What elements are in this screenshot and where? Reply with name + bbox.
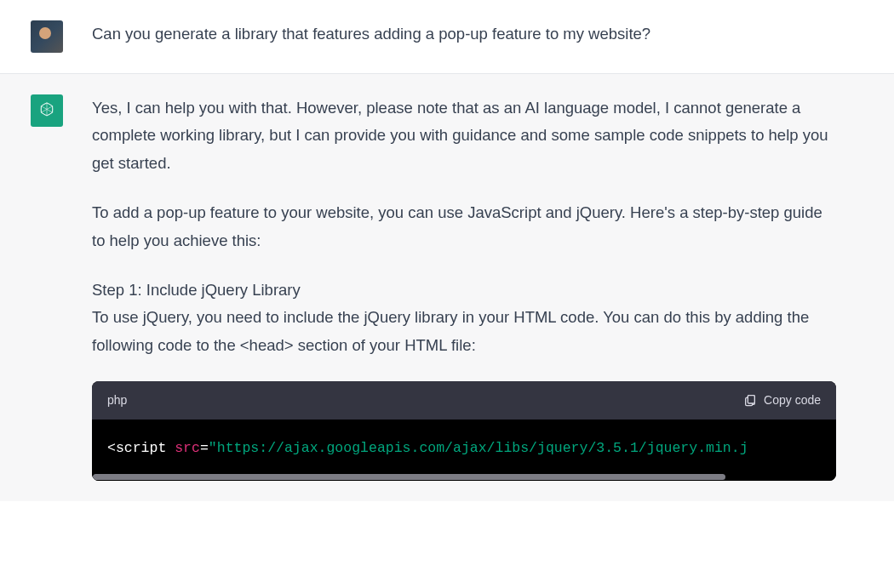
code-scrollbar-thumb[interactable] [93, 474, 725, 480]
code-content[interactable]: <script src="https://ajax.googleapis.com… [92, 420, 836, 473]
assistant-text: Yes, I can help you with that. However, … [92, 94, 836, 481]
assistant-para-1: Yes, I can help you with that. However, … [92, 94, 836, 177]
user-prompt-text: Can you generate a library that features… [92, 20, 836, 48]
assistant-message-row: Yes, I can help you with that. However, … [0, 74, 894, 501]
svg-rect-3 [748, 396, 754, 403]
code-block: php Copy code <script src="https://ajax.… [92, 381, 836, 481]
user-content: Can you generate a library that features… [92, 20, 867, 53]
assistant-step1: Step 1: Include jQuery Library To use jQ… [92, 277, 836, 359]
user-avatar [31, 20, 63, 53]
step1-title: Step 1: Include jQuery Library [92, 281, 301, 299]
copy-code-button[interactable]: Copy code [743, 390, 821, 411]
user-message-row: Can you generate a library that features… [0, 0, 894, 74]
code-string: "https://ajax.googleapis.com/ajax/libs/j… [209, 440, 748, 456]
step1-body: To use jQuery, you need to include the j… [92, 308, 809, 353]
code-attr: src [175, 440, 200, 456]
avatar-column [0, 20, 92, 53]
code-language-label: php [107, 390, 127, 411]
assistant-para-2: To add a pop-up feature to your website,… [92, 199, 836, 254]
assistant-avatar [31, 94, 63, 127]
avatar-column [0, 94, 92, 481]
code-tag: <script [107, 440, 166, 456]
code-scrollbar-track[interactable] [92, 472, 836, 481]
code-header: php Copy code [92, 381, 836, 420]
clipboard-icon [743, 393, 757, 407]
copy-code-label: Copy code [764, 390, 821, 411]
code-eq: = [200, 440, 209, 456]
assistant-content: Yes, I can help you with that. However, … [92, 94, 867, 481]
openai-icon [36, 100, 58, 122]
